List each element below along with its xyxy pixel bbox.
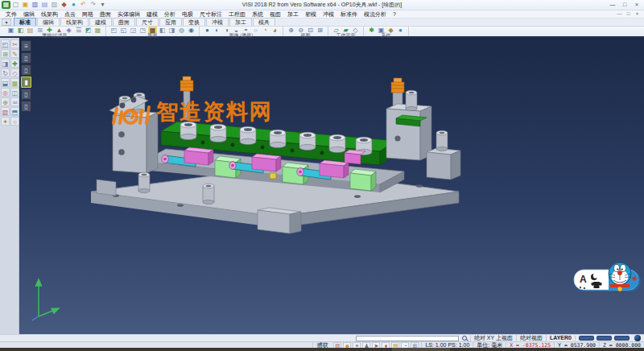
tab-overflow-button[interactable]: ▾ xyxy=(2,19,11,26)
zoom-in-icon[interactable]: ⊕ xyxy=(287,27,295,34)
shade-half-icon[interactable]: ◐ xyxy=(213,27,221,34)
dock-offset-icon[interactable]: ⊕ xyxy=(1,97,10,106)
dock-link-icon[interactable]: ∞ xyxy=(10,97,19,106)
menu-pointcloud[interactable]: 点云 xyxy=(61,10,79,19)
view-list-button[interactable]: ≡ xyxy=(21,40,31,52)
customize-quick-access-icon[interactable]: ▾ xyxy=(98,1,107,9)
zoom-all-icon[interactable]: ⊞ xyxy=(316,27,324,34)
shaded-edges-icon[interactable]: ◳ xyxy=(138,27,147,34)
wireframe-view-icon[interactable]: ◰ xyxy=(109,27,118,34)
hidden-line-icon[interactable]: ◱ xyxy=(119,27,128,34)
view-indicator[interactable]: 绝对视图 xyxy=(516,335,546,341)
save-icon[interactable]: ▥ xyxy=(31,1,39,9)
left-guide-post[interactable] xyxy=(180,76,193,120)
system-info-icon[interactable]: ● xyxy=(396,27,405,34)
tab-mold[interactable]: 模具 xyxy=(253,18,275,26)
menu-edit[interactable]: 编辑 xyxy=(20,10,38,19)
dock-mesh-icon[interactable]: ▦ xyxy=(10,78,19,87)
menu-dimension[interactable]: 尺寸标注 xyxy=(196,10,225,19)
redo-icon[interactable]: ↷ xyxy=(89,1,97,9)
layer-filter-icon[interactable]: ◧ xyxy=(16,27,25,34)
ime-mode-letter[interactable]: A xyxy=(580,274,587,285)
view-sphere-icon[interactable]: ● xyxy=(69,1,78,9)
tab-standard[interactable]: 标准 xyxy=(14,18,36,26)
dock-spark-icon[interactable]: ✦ xyxy=(1,117,10,126)
light-icon[interactable]: ◉ xyxy=(187,27,196,34)
menu-electrode[interactable]: 电极 xyxy=(179,10,196,19)
dock-rotate-icon[interactable]: ↻ xyxy=(1,68,10,77)
print-icon[interactable]: ▨ xyxy=(50,1,59,9)
menu-drawing[interactable]: 工程图 xyxy=(225,10,249,19)
dock-add-icon[interactable]: ✚ xyxy=(10,59,19,68)
dock-mirror-icon[interactable]: ◨ xyxy=(1,59,10,68)
menu-machining[interactable]: 加工 xyxy=(284,10,302,19)
dock-sketch-icon[interactable]: ✎ xyxy=(10,49,19,58)
tab-surface[interactable]: 曲面 xyxy=(113,18,135,26)
dock-grid-icon[interactable]: ⊞ xyxy=(1,49,10,58)
doc-minimize-button[interactable]: — xyxy=(615,10,624,18)
visi-logo-icon[interactable]: ▦ xyxy=(2,1,10,9)
3d-viewport[interactable]: ≡▯▯▮▯▯ 智造资料网 A xyxy=(19,38,644,334)
view-style-5-button[interactable]: ▯ xyxy=(21,101,31,112)
status-swatch-3[interactable] xyxy=(614,336,630,341)
view-style-1-button[interactable]: ▯ xyxy=(21,52,31,64)
menu-mesh[interactable]: 网格 xyxy=(79,10,97,19)
doc-restore-button[interactable]: □ xyxy=(624,10,633,18)
status-swatch-1[interactable] xyxy=(579,336,594,341)
quarter-shade-icon[interactable]: ◔ xyxy=(261,27,270,34)
system-settings-icon[interactable]: ✱ xyxy=(367,27,376,34)
dock-section-icon[interactable]: ⬒ xyxy=(10,107,19,116)
tab-dimension[interactable]: 尺寸 xyxy=(136,18,159,26)
dock-circle-icon[interactable]: ○ xyxy=(10,117,19,126)
tab-edit[interactable]: 编辑 xyxy=(37,18,60,26)
dock-hatch-icon[interactable]: ▧ xyxy=(1,107,10,116)
open-folder-icon[interactable]: ▣ xyxy=(21,1,30,9)
status-swatch-2[interactable] xyxy=(597,336,612,341)
dock-trim-icon[interactable]: ✂ xyxy=(10,39,19,48)
menu-file[interactable]: 文件 xyxy=(2,10,20,19)
undo-icon[interactable]: ↶ xyxy=(79,1,88,9)
menu-solid-edit[interactable]: 实体编辑 xyxy=(114,10,143,19)
tab-die[interactable]: 冲模 xyxy=(206,18,229,26)
menu-die[interactable]: 冲模 xyxy=(320,10,337,19)
menu-modeling[interactable]: 建模 xyxy=(143,10,161,19)
transparency-icon[interactable]: ◧ xyxy=(158,27,167,34)
list-filter-icon[interactable]: ☰ xyxy=(74,27,83,34)
3d-model-assembly[interactable] xyxy=(19,38,644,334)
tab-transform[interactable]: 变换 xyxy=(183,18,205,26)
menu-help[interactable]: ? xyxy=(390,10,399,19)
dock-select-icon[interactable]: ◰ xyxy=(1,39,10,48)
save-all-icon[interactable]: ▤ xyxy=(40,1,49,9)
ime-toolbar[interactable]: A xyxy=(573,259,644,296)
right-tower[interactable] xyxy=(386,78,431,160)
menu-flow-analysis[interactable]: 模流分析 xyxy=(361,10,390,19)
dock-solid-icon[interactable]: ⬓ xyxy=(1,78,10,87)
menu-mould[interactable]: 塑模 xyxy=(302,10,320,19)
material-icon[interactable]: ◍ xyxy=(177,27,186,34)
minimize-button[interactable]: — xyxy=(607,1,618,9)
view-style-4-button[interactable]: ▯ xyxy=(21,89,31,100)
perspective-icon[interactable]: ● xyxy=(203,27,212,34)
maximize-button[interactable]: □ xyxy=(619,1,630,9)
close-button[interactable]: × xyxy=(631,1,642,9)
dock-point-icon[interactable]: ◇ xyxy=(10,68,19,77)
tab-modeling[interactable]: 建模 xyxy=(89,18,112,26)
tab-machining[interactable]: 加工 xyxy=(229,18,252,26)
view-sphere-status-icon[interactable] xyxy=(634,335,641,341)
section-view-icon[interactable]: ◨ xyxy=(167,27,176,34)
active-layer-indicator[interactable]: LAYER0 xyxy=(546,335,575,341)
three-quarter-shade-icon[interactable]: ◕ xyxy=(270,27,279,34)
menu-analysis[interactable]: 分析 xyxy=(161,10,179,19)
all-filter-icon[interactable]: ▦ xyxy=(93,27,102,34)
tab-wireframe[interactable]: 线架构 xyxy=(60,18,89,26)
menu-surface[interactable]: 曲面 xyxy=(97,10,114,19)
coordinate-input-field[interactable] xyxy=(356,336,459,341)
dock-plane-icon[interactable]: ◫ xyxy=(10,88,19,97)
menu-standard-parts[interactable]: 标准件 xyxy=(337,10,361,19)
workplane-indicator[interactable]: 绝对 XY 上视图 xyxy=(470,335,516,341)
line-style-icon[interactable]: ▤ xyxy=(26,27,35,34)
view-style-2-button[interactable]: ▯ xyxy=(21,64,31,76)
doc-close-button[interactable]: × xyxy=(633,10,642,18)
menu-view[interactable]: 视图 xyxy=(266,10,284,19)
new-file-icon[interactable]: ▢ xyxy=(11,1,20,9)
